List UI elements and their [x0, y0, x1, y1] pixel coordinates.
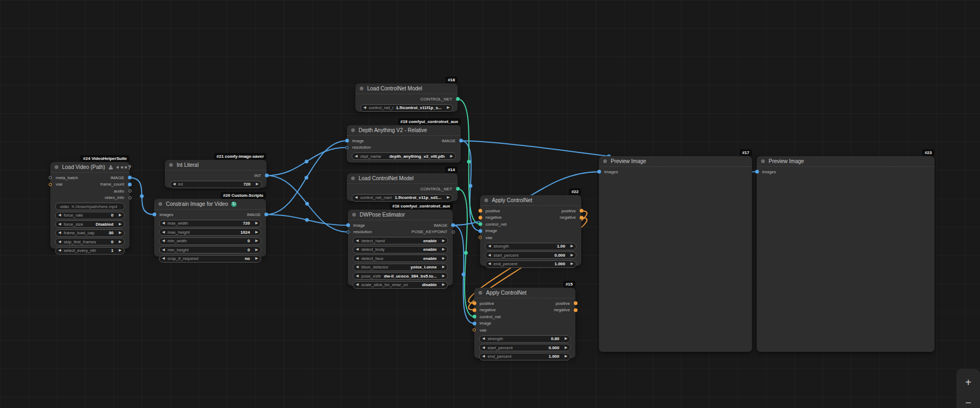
positive-output-dot[interactable] — [580, 209, 583, 213]
increment-arrow-icon[interactable]: ▶ — [439, 257, 447, 260]
increment-arrow-icon[interactable]: ▶ — [568, 244, 576, 248]
widget-frame-load-cap[interactable]: ◀frame_load_cap30▶ — [55, 229, 125, 237]
collapse-dot-icon[interactable] — [351, 176, 355, 180]
increment-arrow-icon[interactable]: ▶ — [253, 230, 261, 234]
node-load-video-path[interactable]: Load Video (Path)?meta_batchIMAGEvaefram… — [50, 162, 130, 249]
frame-count-output-dot[interactable] — [128, 182, 132, 186]
decrement-arrow-icon[interactable]: ◀ — [361, 106, 369, 110]
decrement-arrow-icon[interactable]: ◀ — [480, 355, 488, 358]
decrement-arrow-icon[interactable]: ◀ — [485, 244, 493, 248]
widget-end-percent[interactable]: ◀end_percent1.000▶ — [485, 260, 576, 268]
image-output-dot[interactable] — [451, 224, 455, 227]
decrement-arrow-icon[interactable]: ◀ — [480, 337, 488, 341]
zoom-in-button[interactable]: + — [956, 372, 980, 392]
node-header[interactable]: Load ControlNet Model — [347, 173, 458, 184]
decrement-arrow-icon[interactable]: ◀ — [170, 182, 178, 186]
decrement-arrow-icon[interactable]: ◀ — [485, 253, 493, 257]
help-icon[interactable]: ? — [127, 164, 131, 171]
int-output-dot[interactable] — [265, 174, 269, 178]
collapse-dot-icon[interactable] — [55, 165, 58, 169]
image-input-dot[interactable] — [345, 139, 349, 143]
decrement-arrow-icon[interactable]: ◀ — [353, 274, 361, 278]
image-input-dot[interactable] — [473, 321, 476, 325]
increment-arrow-icon[interactable]: ▶ — [116, 222, 124, 226]
node-apply-controlnet[interactable]: Apply ControlNetpositivepositivenegative… — [480, 195, 581, 266]
widget-crop-if-required[interactable]: ◀crop_if_requiredno▶ — [159, 255, 261, 263]
widget-force-size[interactable]: ◀force_sizeDisabled▶ — [55, 220, 125, 228]
widget-detect-hand[interactable]: ◀detect_handenable▶ — [353, 237, 448, 244]
positive-output-dot[interactable] — [574, 302, 578, 305]
widget-strength[interactable]: ◀strength0.80▶ — [479, 335, 571, 343]
decrement-arrow-icon[interactable]: ◀ — [353, 283, 361, 287]
increment-arrow-icon[interactable]: ▶ — [253, 182, 261, 186]
widget-force-rate[interactable]: ◀force_rate0▶ — [55, 212, 125, 219]
collapse-dot-icon[interactable] — [761, 159, 765, 163]
node-preview-image[interactable]: Preview Imageimages — [599, 156, 752, 352]
control-net-input-dot[interactable] — [478, 222, 482, 226]
node-preview-image[interactable]: Preview Imageimages — [757, 156, 935, 352]
node-header[interactable]: Preview Image — [599, 156, 752, 167]
zoom-out-button[interactable]: − — [956, 392, 980, 408]
node-graph-canvas[interactable]: + − Load Video (Path)?meta_batchIMAGEvae… — [0, 0, 980, 408]
node-header[interactable]: Constrain Image for Video↻ — [154, 199, 266, 210]
collapse-dot-icon[interactable] — [603, 159, 607, 163]
negative-output-dot[interactable] — [580, 215, 583, 219]
resolution-input-dot[interactable] — [346, 230, 350, 234]
increment-arrow-icon[interactable]: ▶ — [116, 249, 124, 252]
vae-input-dot[interactable] — [473, 328, 476, 332]
decrement-arrow-icon[interactable]: ◀ — [159, 239, 168, 243]
positive-input-dot[interactable] — [473, 302, 476, 305]
decrement-arrow-icon[interactable]: ◀ — [159, 221, 168, 225]
node-header[interactable]: Apply ControlNet — [480, 195, 581, 206]
images-input-dot[interactable] — [153, 213, 156, 217]
images-input-dot[interactable] — [755, 170, 759, 174]
node-header[interactable]: DWPose Estimator — [348, 210, 453, 220]
meta-batch-input-dot[interactable] — [49, 176, 52, 179]
increment-arrow-icon[interactable]: ▶ — [439, 274, 447, 278]
node-header[interactable]: Preview Image — [757, 156, 935, 167]
decrement-arrow-icon[interactable]: ◀ — [56, 249, 64, 252]
video-info-output-dot[interactable] — [128, 196, 132, 199]
node-dwpose-estimator[interactable]: DWPose EstimatorimageIMAGEresolutionPOSE… — [348, 210, 453, 286]
audio-output-dot[interactable] — [128, 189, 132, 193]
image-input-dot[interactable] — [346, 224, 350, 227]
increment-arrow-icon[interactable]: ▶ — [439, 239, 447, 243]
widget-ckpt-name[interactable]: ◀ckpt_namedepth_anything_v2_vitl.pth▶ — [352, 152, 456, 160]
decrement-arrow-icon[interactable]: ◀ — [353, 239, 361, 243]
increment-arrow-icon[interactable]: ▶ — [444, 106, 452, 110]
widget-pose-estimator[interactable]: ◀pose_estimatordw-ll_ucoco_384_bs5.to...… — [353, 272, 448, 280]
increment-arrow-icon[interactable]: ▶ — [562, 337, 570, 341]
widget-select-every-nth[interactable]: ◀select_every_nth1▶ — [55, 247, 125, 255]
decrement-arrow-icon[interactable]: ◀ — [56, 240, 64, 244]
increment-arrow-icon[interactable]: ▶ — [439, 248, 447, 251]
decrement-arrow-icon[interactable]: ◀ — [159, 248, 168, 252]
widget-start-percent[interactable]: ◀start_percent0.000▶ — [479, 344, 571, 351]
increment-arrow-icon[interactable]: ▶ — [444, 196, 452, 199]
vae-input-dot[interactable] — [478, 236, 482, 239]
decrement-arrow-icon[interactable]: ◀ — [56, 213, 64, 217]
image-output-dot[interactable] — [264, 213, 268, 217]
decrement-arrow-icon[interactable]: ◀ — [159, 230, 168, 234]
image-input-dot[interactable] — [478, 229, 482, 233]
widget-scale-stick-for-xinsr-cn[interactable]: ◀scale_stick_for_xinsr_cndisable▶ — [353, 281, 448, 289]
widget-min-width[interactable]: ◀min_width0▶ — [159, 237, 261, 245]
pose-keypoint-output-dot[interactable] — [452, 230, 455, 234]
node-depth-anything-v2-relative[interactable]: Depth Anything V2 - RelativeimageIMAGEre… — [347, 125, 461, 163]
decrement-arrow-icon[interactable]: ◀ — [56, 222, 64, 226]
node-header[interactable]: Int Literal — [165, 160, 267, 171]
collapse-dot-icon[interactable] — [478, 291, 482, 295]
node-apply-controlnet[interactable]: Apply ControlNetpositivepositivenegative… — [474, 288, 575, 358]
widget-video[interactable]: videoX://insert/path/here.mp4 — [55, 203, 125, 210]
increment-arrow-icon[interactable]: ▶ — [253, 239, 261, 243]
decrement-arrow-icon[interactable]: ◀ — [353, 248, 361, 251]
collapse-dot-icon[interactable] — [360, 87, 363, 90]
widget-detect-body[interactable]: ◀detect_bodyenable▶ — [353, 246, 448, 253]
increment-arrow-icon[interactable]: ▶ — [116, 213, 124, 217]
collapse-dot-icon[interactable] — [351, 128, 355, 132]
widget-min-height[interactable]: ◀min_height0▶ — [159, 246, 261, 253]
node-header[interactable]: Load ControlNet Model — [355, 83, 458, 94]
widget-bbox-detector[interactable]: ◀bbox_detectoryolox_l.onnx▶ — [353, 264, 448, 271]
control-net-input-dot[interactable] — [473, 315, 476, 319]
increment-arrow-icon[interactable]: ▶ — [562, 346, 570, 350]
positive-input-dot[interactable] — [478, 209, 482, 213]
